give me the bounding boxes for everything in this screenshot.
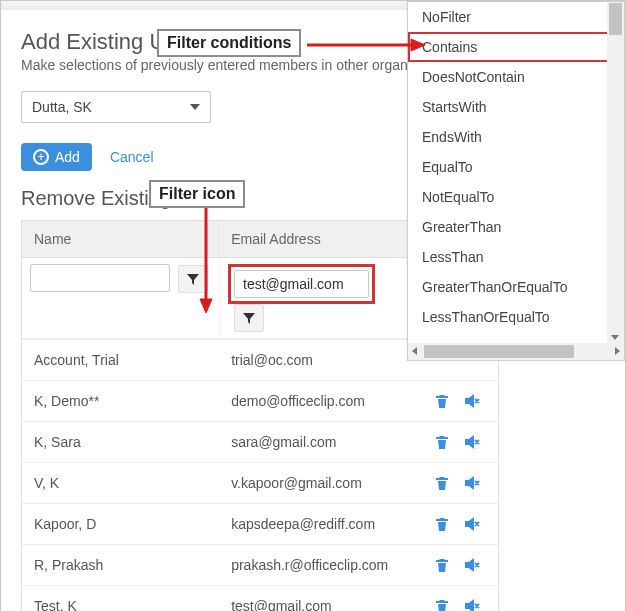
vertical-scroll-thumb[interactable] xyxy=(609,3,622,35)
filter-option-lessthanorequalto[interactable]: LessThanOrEqualTo xyxy=(408,302,624,332)
cell-email: sara@gmail.com xyxy=(219,422,416,462)
filter-button-email[interactable] xyxy=(234,304,264,332)
svg-marker-1 xyxy=(411,39,425,51)
filter-option-nofilter[interactable]: NoFilter xyxy=(408,2,624,32)
cell-actions xyxy=(416,422,498,462)
delete-user-button[interactable] xyxy=(434,557,450,573)
user-select-dropdown[interactable]: Dutta, SK xyxy=(21,91,211,123)
scroll-down-icon xyxy=(611,335,619,340)
mute-user-button[interactable] xyxy=(464,598,480,611)
delete-user-button[interactable] xyxy=(434,516,450,532)
mute-icon xyxy=(464,475,480,491)
page-frame: Filter conditions Add Existing Users Mak… xyxy=(0,0,626,611)
cell-email: prakash.r@officeclip.com xyxy=(219,545,416,585)
chevron-down-icon xyxy=(190,104,200,110)
filter-input-name[interactable] xyxy=(30,264,170,292)
trash-icon xyxy=(434,434,450,450)
horizontal-scrollbar[interactable] xyxy=(408,343,624,360)
cell-email: kapsdeepa@rediff.com xyxy=(219,504,416,544)
trash-icon xyxy=(434,393,450,409)
filter-option-greaterthan[interactable]: GreaterThan xyxy=(408,212,624,242)
callout-filter-conditions: Filter conditions xyxy=(157,29,301,57)
cell-email: v.kapoor@gmail.com xyxy=(219,463,416,503)
trash-icon xyxy=(434,475,450,491)
delete-user-button[interactable] xyxy=(434,434,450,450)
mute-icon xyxy=(464,393,480,409)
add-button[interactable]: + Add xyxy=(21,143,92,171)
filter-option-contains[interactable]: Contains xyxy=(408,32,624,62)
horizontal-scroll-thumb[interactable] xyxy=(424,345,574,358)
cell-actions xyxy=(416,381,498,421)
mute-icon xyxy=(464,434,480,450)
cell-email: test@gmail.com xyxy=(219,586,416,611)
cell-actions xyxy=(416,504,498,544)
callout-filter-icon: Filter icon xyxy=(149,180,245,208)
filter-option-equalto[interactable]: EqualTo xyxy=(408,152,624,182)
mute-icon xyxy=(464,598,480,611)
cancel-link[interactable]: Cancel xyxy=(110,149,154,165)
scroll-left-icon xyxy=(412,347,417,355)
user-select-value: Dutta, SK xyxy=(32,99,92,115)
mute-user-button[interactable] xyxy=(464,516,480,532)
add-button-label: Add xyxy=(55,149,80,165)
mute-user-button[interactable] xyxy=(464,434,480,450)
filter-option-greaterthanorequalto[interactable]: GreaterThanOrEqualTo xyxy=(408,272,624,302)
arrow-to-filter-icon xyxy=(196,205,216,315)
trash-icon xyxy=(434,598,450,611)
funnel-icon xyxy=(242,311,256,325)
table-row: V, Kv.kapoor@gmail.com xyxy=(22,462,498,503)
cell-name: Account, Trial xyxy=(22,340,219,380)
delete-user-button[interactable] xyxy=(434,393,450,409)
svg-marker-5 xyxy=(243,313,255,324)
table-row: R, Prakashprakash.r@officeclip.com xyxy=(22,544,498,585)
column-header-email[interactable]: Email Address xyxy=(219,221,416,257)
cell-actions xyxy=(416,545,498,585)
table-row: Kapoor, Dkapsdeepa@rediff.com xyxy=(22,503,498,544)
scroll-right-icon xyxy=(615,347,620,355)
mute-icon xyxy=(464,557,480,573)
cell-actions xyxy=(416,463,498,503)
filter-option-doesnotcontain[interactable]: DoesNotContain xyxy=(408,62,624,92)
filter-input-email[interactable] xyxy=(234,270,369,298)
filter-conditions-menu: NoFilterContainsDoesNotContainStartsWith… xyxy=(407,1,625,361)
cell-name: K, Demo** xyxy=(22,381,219,421)
mute-user-button[interactable] xyxy=(464,393,480,409)
arrow-to-filter-conditions xyxy=(307,35,427,55)
column-header-name[interactable]: Name xyxy=(22,221,219,257)
cell-email: trial@oc.com xyxy=(219,340,416,380)
delete-user-button[interactable] xyxy=(434,598,450,611)
cell-name: V, K xyxy=(22,463,219,503)
table-row: K, Demo**demo@officeclip.com xyxy=(22,380,498,421)
cell-name: Kapoor, D xyxy=(22,504,219,544)
delete-user-button[interactable] xyxy=(434,475,450,491)
trash-icon xyxy=(434,516,450,532)
callout-label: Filter icon xyxy=(159,185,235,202)
callout-label: Filter conditions xyxy=(167,34,291,51)
trash-icon xyxy=(434,557,450,573)
svg-marker-3 xyxy=(200,299,212,313)
cell-name: K, Sara xyxy=(22,422,219,462)
filter-email-highlight xyxy=(228,264,375,304)
cell-email: demo@officeclip.com xyxy=(219,381,416,421)
filter-option-notequalto[interactable]: NotEqualTo xyxy=(408,182,624,212)
filter-option-startswith[interactable]: StartsWith xyxy=(408,92,624,122)
filter-option-lessthan[interactable]: LessThan xyxy=(408,242,624,272)
plus-circle-icon: + xyxy=(33,149,49,165)
mute-user-button[interactable] xyxy=(464,475,480,491)
filter-option-endswith[interactable]: EndsWith xyxy=(408,122,624,152)
table-row: K, Sarasara@gmail.com xyxy=(22,421,498,462)
table-row: Test, Ktest@gmail.com xyxy=(22,585,498,611)
cell-actions xyxy=(416,586,498,611)
mute-icon xyxy=(464,516,480,532)
cell-name: R, Prakash xyxy=(22,545,219,585)
mute-user-button[interactable] xyxy=(464,557,480,573)
vertical-scrollbar[interactable] xyxy=(607,2,624,360)
cell-name: Test, K xyxy=(22,586,219,611)
